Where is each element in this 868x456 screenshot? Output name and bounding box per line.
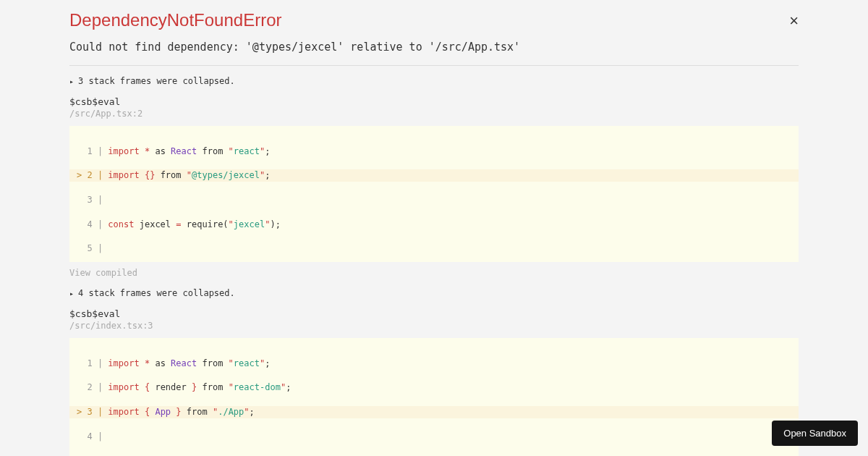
frame-function-1: $csb$eval: [69, 96, 799, 107]
open-sandbox-button[interactable]: Open Sandbox: [772, 421, 858, 446]
error-message: Could not find dependency: '@types/jexce…: [69, 41, 799, 54]
frame-location-1: /src/App.tsx:2: [69, 109, 799, 119]
frame-location-2: /src/index.tsx:3: [69, 321, 799, 331]
code-block-2: 1 | import * as React from "react"; 2 | …: [69, 338, 799, 456]
stack-collapse-2[interactable]: 4 stack frames were collapsed.: [69, 288, 799, 298]
error-title: DependencyNotFoundError: [69, 10, 282, 30]
code-block-1: 1 | import * as React from "react"; > 2 …: [69, 126, 799, 262]
close-icon[interactable]: ×: [789, 10, 799, 29]
view-compiled-1[interactable]: View compiled: [69, 268, 799, 278]
stack-collapse-1[interactable]: 3 stack frames were collapsed.: [69, 76, 799, 86]
divider: [69, 65, 799, 66]
frame-function-2: $csb$eval: [69, 308, 799, 319]
